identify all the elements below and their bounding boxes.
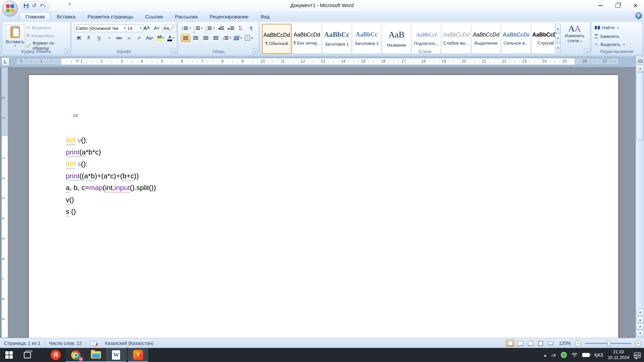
restore-button[interactable] (615, 4, 620, 8)
language-indicator[interactable]: Казахский (Казахстан) (101, 341, 157, 346)
multilevel-list-button[interactable]: 1 a i▾ (204, 24, 216, 32)
wifi-icon[interactable] (572, 353, 578, 357)
clock[interactable]: 21:33 10.11.2024 (608, 349, 629, 361)
borders-button[interactable]: ▾ (244, 34, 254, 42)
increase-indent-button[interactable]: ▸ (226, 24, 236, 32)
decrease-indent-button[interactable]: ◂ (216, 24, 226, 32)
next-page-button[interactable]: ▼ (637, 330, 644, 337)
previous-page-button[interactable]: ▲ (637, 316, 644, 323)
underline-button[interactable]: Ч (94, 34, 104, 42)
text-highlight-button[interactable]: ab▾ (156, 34, 166, 42)
scrollbar-thumb[interactable] (637, 72, 644, 140)
subscript-button[interactable]: x₂ (124, 34, 134, 42)
change-styles-button[interactable]: AA Изменить стили ▾ (562, 24, 587, 43)
vertical-scrollbar[interactable]: ▲ ▼ ▲ ● ▼ (636, 56, 644, 338)
styles-dialog-launcher[interactable]: ↘ (584, 49, 589, 54)
volume-muted-icon[interactable]: ◁✕ (551, 353, 556, 358)
zoom-slider-thumb[interactable] (607, 341, 611, 347)
left-indent-marker[interactable] (73, 114, 78, 117)
office-button[interactable] (2, 1, 18, 16)
clear-formatting-button[interactable]: Aa🧹 (162, 24, 176, 32)
shading-button[interactable]: ▾ (233, 34, 243, 42)
taskbar-yandex-app[interactable]: Я (46, 348, 66, 362)
horizontal-ruler[interactable]: 2112345678910111213141516171819202122232… (16, 58, 619, 65)
grow-font-button[interactable]: A˄ (142, 24, 151, 32)
taskbar-explorer-app[interactable] (86, 348, 106, 362)
font-name-combobox[interactable]: Calibri (Основной тек▾ (74, 24, 127, 32)
ribbon-tab-Разметка страницы[interactable]: Разметка страницы (82, 12, 139, 21)
underline-menu-arrow[interactable]: ▾ (104, 34, 114, 42)
zoom-slider[interactable] (585, 343, 632, 344)
bullets-button[interactable]: ▾ (181, 24, 192, 32)
styles-scroll-down[interactable]: ▼ (555, 34, 561, 43)
minimize-button[interactable] (598, 5, 603, 6)
font-size-combobox[interactable]: 14▾ (126, 24, 143, 32)
keyboard-language[interactable]: ҚАЗ (594, 352, 603, 358)
recording-status-icon[interactable] (561, 352, 567, 358)
clipboard-dialog-launcher[interactable]: ↘ (64, 49, 69, 54)
right-indent-marker[interactable] (589, 63, 593, 65)
ribbon-tab-Вид[interactable]: Вид (255, 12, 276, 21)
help-icon[interactable]: ? (635, 12, 642, 19)
cut-button[interactable]: ✂ Вырезать (26, 25, 51, 30)
ribbon-tab-Вставка[interactable]: Вставка (51, 12, 82, 21)
draft-view-button[interactable] (546, 340, 555, 347)
ribbon-tab-Ссылки[interactable]: Ссылки (139, 12, 169, 21)
align-center-button[interactable] (191, 34, 200, 42)
ribbon-tab-Главная[interactable]: Главная (19, 12, 51, 21)
line-spacing-button[interactable]: ↕▾ (221, 34, 232, 42)
document-text[interactable]: def v():print(a*b*c)def s():print((a*b)+… (66, 134, 156, 218)
align-right-button[interactable] (201, 34, 210, 42)
ruler-toggle-button[interactable] (637, 58, 644, 64)
vertical-ruler[interactable]: 21123456789 (1, 67, 8, 338)
battery-icon[interactable] (582, 353, 590, 357)
strikethrough-button[interactable]: abc (114, 34, 124, 42)
italic-button[interactable]: К (84, 34, 94, 42)
tab-selector[interactable]: L (1, 57, 9, 66)
find-button[interactable]: Найти▾ (595, 25, 619, 30)
replace-button[interactable]: abac Заменить (595, 34, 620, 40)
font-dialog-launcher[interactable]: ↘ (171, 49, 176, 54)
show-marks-button[interactable]: ¶ (247, 24, 256, 32)
justify-button[interactable] (211, 34, 220, 42)
first-line-indent-marker[interactable] (75, 60, 79, 62)
font-color-button[interactable]: А▾ (166, 34, 175, 42)
paragraph-dialog-launcher[interactable]: ↘ (253, 49, 258, 54)
task-view-button[interactable] (18, 348, 36, 362)
fullscreen-reading-view-button[interactable] (516, 340, 525, 347)
close-button[interactable]: ✕ (633, 3, 638, 9)
shrink-font-button[interactable]: A˅ (152, 24, 161, 32)
bold-button[interactable]: Ж (74, 34, 84, 42)
numbering-button[interactable]: 1 2 3▾ (193, 24, 204, 32)
hidden-icons-chevron[interactable]: ▴ (544, 353, 546, 358)
zoom-level[interactable]: 125% (559, 341, 571, 346)
proofing-status[interactable] (86, 341, 101, 346)
align-left-button[interactable] (181, 34, 190, 42)
styles-scroll-up[interactable]: ▲ (555, 24, 561, 33)
ribbon-tab-Рассылки[interactable]: Рассылки (169, 12, 204, 21)
scroll-up-button[interactable]: ▲ (637, 65, 644, 72)
taskbar-yandex-browser-app[interactable]: Y (128, 348, 148, 362)
print-layout-view-button[interactable] (506, 340, 515, 347)
taskbar: Я ш W Y ▴ ◁✕ ҚАЗ 21:33 10.11.2024 (0, 348, 644, 362)
copy-button[interactable]: ⧉ Копировать (26, 33, 55, 38)
document-page[interactable]: def v():print(a*b*c)def s():print((a*b)+… (29, 75, 618, 338)
page-indicator[interactable]: Страница: 1 из 1 (0, 341, 45, 346)
taskbar-word-app[interactable]: W (106, 348, 126, 362)
select-button[interactable]: ↖ Выделить▾ (595, 42, 625, 47)
select-browse-object-button[interactable]: ● (637, 323, 644, 330)
word-count[interactable]: Число слов: 12 (45, 341, 86, 346)
action-center-icon[interactable] (634, 352, 641, 358)
web-layout-view-button[interactable] (526, 340, 535, 347)
start-button[interactable] (0, 348, 18, 362)
paste-button[interactable]: Вставить▾ (5, 24, 25, 50)
scroll-down-button[interactable]: ▼ (637, 309, 644, 316)
zoom-out-button[interactable]: − (575, 340, 581, 347)
outline-view-button[interactable] (536, 340, 545, 347)
superscript-button[interactable]: x² (135, 34, 144, 42)
taskbar-chrome-app[interactable]: ш (66, 348, 86, 362)
ribbon-tab-Рецензирование[interactable]: Рецензирование (204, 12, 255, 21)
zoom-in-button[interactable]: + (635, 340, 641, 347)
change-case-button[interactable]: Aa▾ (145, 34, 155, 42)
sort-button[interactable]: АЯ↓ (236, 24, 246, 32)
